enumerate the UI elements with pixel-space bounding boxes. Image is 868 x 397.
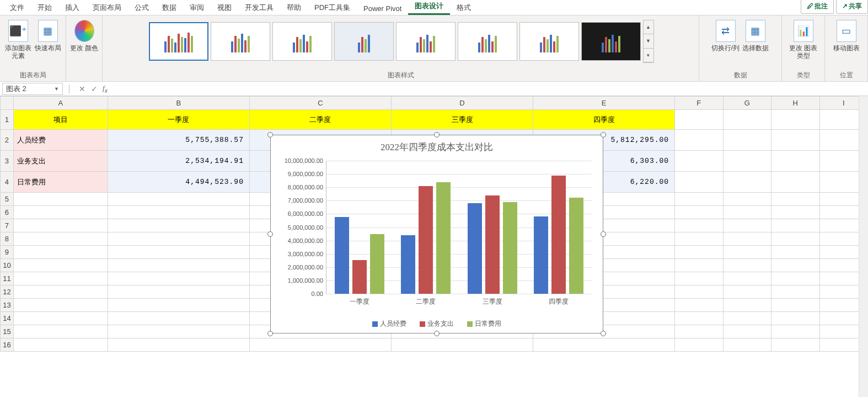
col-header[interactable]: G [723,97,771,110]
name-box[interactable]: 图表 2▼ [2,83,63,95]
cell[interactable] [675,172,723,193]
cell[interactable]: 日常费用 [13,172,108,193]
chart-style-7[interactable] [519,22,579,61]
cell[interactable] [13,338,108,352]
chart-bar[interactable] [401,235,415,294]
resize-handle[interactable] [601,132,606,137]
chart-style-8[interactable] [581,22,641,61]
cell[interactable] [13,285,108,299]
chart-style-5[interactable] [396,22,456,61]
cell[interactable] [723,172,771,193]
cell[interactable] [108,259,249,272]
cell[interactable] [108,285,249,299]
resize-handle[interactable] [267,231,273,237]
cell[interactable] [108,325,249,338]
comment-button[interactable]: 🖊批注 [801,0,834,14]
cell[interactable] [675,130,723,151]
cell[interactable] [771,206,819,219]
cell[interactable] [723,151,771,172]
resize-handle[interactable] [601,231,606,237]
cell[interactable] [723,206,771,219]
cell[interactable] [108,272,249,285]
ribbon-tab[interactable]: Power Pivot [357,2,408,15]
cell[interactable] [13,259,108,272]
row-header[interactable]: 13 [1,299,14,312]
cell[interactable] [771,193,819,206]
ribbon-tab[interactable]: 视图 [211,0,238,15]
cell[interactable] [13,206,108,219]
chart-bar[interactable] [485,195,500,294]
cell[interactable] [771,110,819,130]
cell[interactable]: 三季度 [392,110,533,130]
cell[interactable] [771,151,819,172]
ribbon-tab[interactable]: 帮助 [280,0,308,15]
chart-bar[interactable] [468,203,482,294]
cell[interactable]: 4,494,523.90 [108,172,249,193]
legend-item[interactable]: 业务支出 [420,319,454,329]
row-header[interactable]: 14 [1,312,14,325]
row-header[interactable]: 6 [1,206,14,219]
cell[interactable] [675,206,723,219]
change-chart-type-button[interactable]: 📊 更改 图表类型 [789,18,818,60]
cell[interactable] [108,206,249,219]
cell[interactable] [723,272,771,285]
legend-item[interactable]: 日常费用 [467,319,501,329]
cell[interactable] [13,232,108,246]
cell[interactable] [771,172,819,193]
formula-input[interactable] [110,83,868,95]
cell[interactable] [13,193,108,206]
chart-bar[interactable] [370,234,384,294]
cell[interactable] [771,130,819,151]
col-header[interactable]: E [533,97,675,110]
legend-item[interactable]: 人员经费 [372,319,406,329]
cell[interactable] [675,312,723,325]
share-button[interactable]: ↗共享 [836,0,868,14]
move-chart-button[interactable]: ▭ 移动图表 [832,18,861,52]
chart-style-3[interactable] [272,22,332,61]
cell[interactable] [723,193,771,206]
cell[interactable] [108,193,249,206]
cell[interactable] [771,219,819,232]
cell[interactable] [675,219,723,232]
resize-handle[interactable] [434,132,440,137]
chart-style-2[interactable] [211,22,270,61]
chart-bar[interactable] [503,202,517,294]
cell[interactable] [13,272,108,285]
cell[interactable] [723,299,771,312]
row-header[interactable]: 8 [1,232,14,246]
col-header[interactable]: A [13,97,108,110]
chart-style-1[interactable] [149,22,208,61]
ribbon-tab[interactable]: 文件 [3,0,31,15]
cell[interactable] [392,338,533,352]
style-gallery-scroll[interactable]: ▲▼▾ [643,20,654,63]
ribbon-tab[interactable]: 数据 [156,0,183,15]
cell[interactable] [249,338,391,352]
cell[interactable] [675,232,723,246]
cell[interactable] [108,219,249,232]
cell[interactable] [723,259,771,272]
cell[interactable] [13,299,108,312]
row-header[interactable]: 15 [1,325,14,338]
switch-row-col-button[interactable]: ⇄ 切换行/列 [711,18,741,52]
ribbon-tab[interactable]: 格式 [450,0,478,15]
worksheet-grid[interactable]: A B C D E F G H I 1 项目 一季度 二季度 三季度 四季度 2… [0,96,868,397]
col-header[interactable]: F [675,97,723,110]
row-header[interactable]: 7 [1,219,14,232]
chart-legend[interactable]: 人员经费业务支出日常费用 [271,319,603,329]
cell[interactable] [13,312,108,325]
col-header[interactable]: H [771,97,819,110]
cell[interactable] [675,272,723,285]
cell[interactable] [723,285,771,299]
cell[interactable] [723,130,771,151]
chart-style-4[interactable] [334,22,394,61]
chart-plot-area[interactable]: 0.001,000,000.002,000,000.003,000,000.00… [326,161,592,294]
cell[interactable] [771,299,819,312]
cell[interactable] [675,338,723,352]
cell[interactable]: 5,755,388.57 [108,130,249,151]
cell[interactable] [771,325,819,338]
row-header[interactable]: 3 [1,151,14,172]
cell[interactable] [771,285,819,299]
cell[interactable] [675,246,723,259]
chart-bar[interactable] [335,217,349,294]
embedded-chart[interactable]: 2022年四季度成本支出对比 0.001,000,000.002,000,000… [270,135,603,334]
